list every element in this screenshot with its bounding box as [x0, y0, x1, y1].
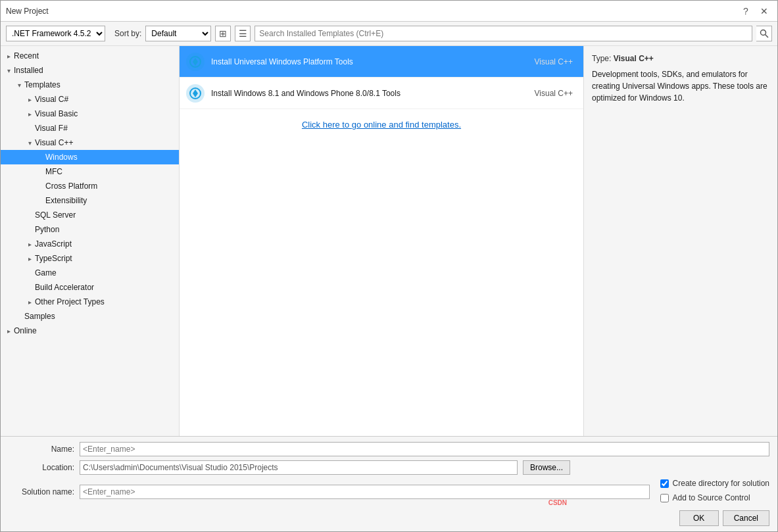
expand-icon-installed	[3, 65, 14, 76]
toolbar: .NET Framework 4.5.2 Sort by: Default ⊞ …	[1, 22, 777, 46]
ok-button[interactable]: OK	[679, 510, 719, 526]
sidebar-item-templates[interactable]: Templates	[1, 78, 179, 92]
template-name-win81: Install Windows 8.1 and Windows Phone 8.…	[211, 89, 401, 98]
templates-list: Install Universal Windows Platform Tools…	[180, 46, 583, 436]
sidebar-item-javascript[interactable]: JavaScript	[1, 237, 179, 251]
expand-icon-templates	[14, 80, 24, 90]
sidebar-item-label-javascript: JavaScript	[35, 239, 72, 249]
sidebar-item-sql-server[interactable]: SQL Server	[1, 208, 179, 222]
expand-icon-visual-csharp	[24, 94, 35, 105]
create-dir-label: Create directory for solution	[673, 479, 769, 488]
expand-icon-other-project-types	[24, 297, 35, 307]
template-row-inner-win81: Install Windows 8.1 and Windows Phone 8.…	[185, 83, 578, 104]
template-type-uwp: Visual C++	[535, 57, 578, 66]
expand-icon-online	[3, 326, 14, 336]
sidebar-item-cross-platform[interactable]: Cross Platform	[1, 179, 179, 193]
dialog-body: .NET Framework 4.5.2 Sort by: Default ⊞ …	[1, 22, 777, 531]
browse-button[interactable]: Browse...	[523, 460, 570, 475]
cancel-button[interactable]: Cancel	[723, 510, 769, 526]
dialog-title: New Project	[6, 7, 49, 16]
sidebar-item-extensibility[interactable]: Extensibility	[1, 193, 179, 208]
sidebar-item-label-templates: Templates	[24, 80, 61, 89]
new-project-dialog: New Project ? ✕ .NET Framework 4.5.2 Sor…	[0, 0, 778, 532]
expand-icon-javascript	[24, 239, 35, 249]
sidebar-item-label-mfc: MFC	[45, 167, 62, 176]
solution-name-label: Solution name:	[9, 487, 74, 496]
solution-name-input[interactable]	[80, 485, 650, 499]
template-row-install-win81[interactable]: Install Windows 8.1 and Windows Phone 8.…	[180, 78, 583, 109]
expand-icon-visual-basic	[24, 109, 35, 119]
bottom-section: Name: Location: Browse... Solution name:…	[1, 436, 777, 531]
sidebar-item-python[interactable]: Python	[1, 222, 179, 237]
template-icon-uwp	[185, 51, 206, 72]
add-source-label: Add to Source Control	[673, 493, 750, 502]
template-row-inner-uwp: Install Universal Windows Platform Tools…	[185, 51, 578, 72]
right-panel: Type: Visual C++ Development tools, SDKs…	[583, 46, 777, 436]
sidebar-item-online[interactable]: Online	[1, 324, 179, 338]
create-dir-checkbox[interactable]	[660, 479, 669, 488]
name-input[interactable]	[80, 442, 769, 456]
dialog-buttons: OK Cancel	[9, 510, 769, 526]
sidebar-item-visual-cpp[interactable]: Visual C++	[1, 135, 179, 150]
search-input[interactable]	[255, 26, 752, 41]
help-button[interactable]: ?	[738, 3, 754, 19]
view-grid-button[interactable]: ⊞	[215, 26, 231, 41]
sidebar-item-installed[interactable]: Installed	[1, 63, 179, 78]
sidebar-item-label-other-project-types: Other Project Types	[35, 297, 105, 306]
svg-point-0	[760, 30, 766, 36]
expand-icon-recent	[3, 51, 14, 61]
sidebar-item-label-typescript: TypeScript	[35, 254, 72, 263]
sidebar-item-label-recent: Recent	[14, 51, 39, 60]
sidebar-item-label-visual-csharp: Visual C#	[35, 95, 68, 104]
sidebar-item-samples[interactable]: Samples	[1, 309, 179, 324]
solution-name-row: Solution name: Create directory for solu…	[9, 479, 769, 505]
sidebar-item-windows[interactable]: Windows	[1, 150, 179, 164]
sidebar-item-typescript[interactable]: TypeScript	[1, 251, 179, 266]
location-label: Location:	[9, 463, 74, 472]
sidebar-item-label-visual-basic: Visual Basic	[35, 109, 78, 118]
template-row-install-uwp[interactable]: Install Universal Windows Platform Tools…	[180, 46, 583, 78]
add-source-checkbox[interactable]	[660, 494, 669, 502]
title-bar: New Project ? ✕	[1, 1, 777, 22]
sidebar-item-recent[interactable]: Recent	[1, 49, 179, 63]
sidebar-item-build-accelerator[interactable]: Build Accelerator	[1, 280, 179, 295]
svg-point-7	[194, 92, 197, 95]
location-row: Location: Browse...	[9, 460, 769, 475]
search-button[interactable]	[756, 26, 772, 41]
sort-by-label: Sort by:	[114, 29, 141, 38]
sidebar-item-visual-csharp[interactable]: Visual C#	[1, 92, 179, 107]
sidebar-item-label-build-accelerator: Build Accelerator	[35, 283, 94, 292]
main-content: Recent Installed Templates Visual C#	[1, 46, 777, 436]
sidebar-item-label-samples: Samples	[24, 312, 55, 321]
title-bar-right: ? ✕	[738, 3, 772, 19]
sidebar-item-other-project-types[interactable]: Other Project Types	[1, 295, 179, 309]
sidebar-item-label-cross-platform: Cross Platform	[45, 181, 97, 191]
sidebar-item-label-python: Python	[35, 225, 59, 234]
online-templates-link[interactable]: Click here to go online and find templat…	[180, 109, 583, 140]
svg-point-4	[194, 60, 197, 63]
add-source-row: Add to Source Control	[660, 493, 769, 502]
sidebar-item-game[interactable]: Game	[1, 266, 179, 280]
name-label: Name:	[9, 445, 74, 454]
type-label: Type:	[592, 54, 611, 63]
sidebar-item-label-visual-cpp: Visual C++	[35, 138, 73, 147]
type-value: Visual C++	[614, 54, 654, 63]
view-list-button[interactable]: ☰	[235, 26, 251, 41]
right-panel-description: Development tools, SDKs, and emulators f…	[592, 68, 769, 104]
svg-line-1	[765, 35, 768, 38]
template-name-uwp: Install Universal Windows Platform Tools	[211, 57, 353, 66]
sidebar: Recent Installed Templates Visual C#	[1, 46, 180, 436]
create-dir-row: Create directory for solution	[660, 479, 769, 488]
template-icon-win81	[185, 83, 206, 104]
sidebar-item-visual-fsharp[interactable]: Visual F#	[1, 121, 179, 135]
sort-select[interactable]: Default	[145, 26, 211, 41]
framework-select[interactable]: .NET Framework 4.5.2	[6, 26, 105, 41]
sidebar-item-mfc[interactable]: MFC	[1, 164, 179, 179]
location-input[interactable]	[80, 460, 518, 475]
sidebar-item-label-extensibility: Extensibility	[45, 196, 87, 205]
sidebar-item-label-online: Online	[14, 326, 37, 335]
name-row: Name:	[9, 442, 769, 456]
sidebar-item-label-game: Game	[35, 268, 57, 278]
close-button[interactable]: ✕	[756, 3, 772, 19]
sidebar-item-visual-basic[interactable]: Visual Basic	[1, 107, 179, 121]
